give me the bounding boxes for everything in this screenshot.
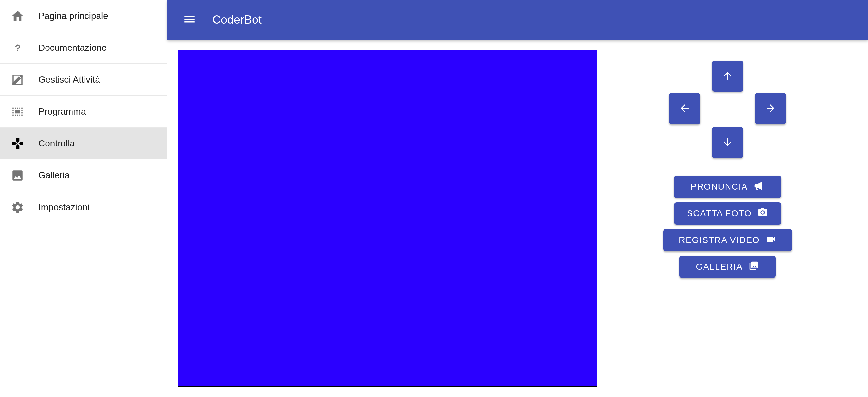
bullhorn-icon (753, 180, 764, 193)
action-label: PRONUNCIA (691, 182, 748, 192)
dpad-up-button[interactable] (712, 60, 743, 92)
action-label: REGISTRA VIDEO (679, 235, 760, 245)
gallery-button[interactable]: GALLERIA (679, 256, 776, 278)
help-icon (10, 40, 25, 56)
controls-panel: PRONUNCIA SCATTA FOTO REGISTRA VIDEO (597, 50, 858, 387)
sidebar: Pagina principale Documentazione Gestisc… (0, 0, 167, 397)
arrow-up-icon (722, 70, 734, 83)
sidebar-item-label: Gestisci Attività (38, 75, 100, 85)
action-buttons: PRONUNCIA SCATTA FOTO REGISTRA VIDEO (663, 176, 792, 278)
sidebar-item-label: Impostazioni (38, 202, 89, 212)
sidebar-item-gallery[interactable]: Galleria (0, 160, 167, 191)
collections-icon (749, 261, 759, 273)
gamepad-icon (10, 136, 25, 151)
pronounce-button[interactable]: PRONUNCIA (674, 176, 781, 198)
menu-button[interactable] (182, 12, 197, 28)
record-video-button[interactable]: REGISTRA VIDEO (663, 229, 792, 251)
action-label: SCATTA FOTO (687, 208, 752, 219)
sidebar-item-home[interactable]: Pagina principale (0, 0, 167, 32)
dpad (666, 60, 789, 158)
take-photo-button[interactable]: SCATTA FOTO (674, 202, 781, 225)
dpad-right-button[interactable] (755, 93, 786, 124)
menu-icon (183, 12, 196, 27)
visualize-icon (10, 104, 25, 119)
settings-icon (10, 199, 25, 215)
sidebar-item-control[interactable]: Controlla (0, 127, 167, 160)
sidebar-item-label: Documentazione (38, 42, 106, 53)
main: CoderBot (167, 0, 868, 397)
sidebar-item-manage-activities[interactable]: Gestisci Attività (0, 64, 167, 96)
app-title: CoderBot (212, 13, 262, 27)
sidebar-item-program[interactable]: Programma (0, 96, 167, 127)
camera-icon (757, 207, 768, 220)
videocam-icon (766, 234, 776, 247)
sidebar-item-docs[interactable]: Documentazione (0, 32, 167, 64)
sidebar-item-label: Programma (38, 106, 86, 117)
edit-icon (10, 72, 25, 88)
dpad-down-button[interactable] (712, 127, 743, 158)
home-icon (10, 8, 25, 24)
content: PRONUNCIA SCATTA FOTO REGISTRA VIDEO (167, 40, 868, 397)
arrow-down-icon (722, 136, 734, 149)
sidebar-item-settings[interactable]: Impostazioni (0, 191, 167, 223)
dpad-left-button[interactable] (669, 93, 700, 124)
image-icon (10, 168, 25, 183)
svg-point-0 (762, 211, 764, 214)
sidebar-item-label: Galleria (38, 170, 69, 180)
appbar: CoderBot (167, 0, 868, 40)
sidebar-item-label: Controlla (38, 138, 75, 149)
sidebar-item-label: Pagina principale (38, 11, 108, 21)
action-label: GALLERIA (696, 262, 743, 272)
arrow-left-icon (679, 103, 690, 115)
arrow-right-icon (765, 103, 776, 115)
video-stream (178, 50, 597, 387)
